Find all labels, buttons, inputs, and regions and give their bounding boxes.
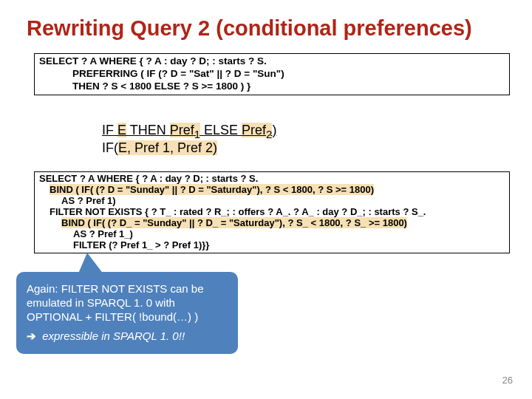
rule-line-1: IF E THEN Pref1 ELSE Pref2) [102, 123, 498, 140]
code-line: SELECT ? A WHERE { ? A : day ? D; : star… [39, 55, 505, 68]
code-line: AS ? Pref 1) [39, 196, 505, 207]
callout: Again: FILTER NOT EXISTS can be emulated… [16, 272, 238, 354]
code-line: BIND ( IF( (? D = "Sunday" || ? D = "Sat… [39, 185, 505, 196]
code-line: FILTER (? Pref 1_ > ? Pref 1)}} [39, 240, 505, 251]
arrow-right-icon: ➔ [27, 330, 36, 342]
transform-rule: IF E THEN Pref1 ELSE Pref2) IF(E, Pref 1… [102, 123, 498, 156]
query-box-rewritten: SELECT ? A WHERE { ? A : day ? D; : star… [34, 171, 510, 253]
code-line: SELECT ? A WHERE { ? A : day ? D; : star… [39, 174, 505, 185]
callout-conclusion: ➔ expressible in SPARQL 1. 0!! [27, 330, 228, 344]
slide: Rewriting Query 2 (conditional preferenc… [0, 0, 532, 399]
page-number: 26 [502, 375, 513, 386]
query-box-original: SELECT ? A WHERE { ? A : day ? D; : star… [34, 53, 510, 95]
rule-line-2: IF(E, Pref 1, Pref 2) [102, 140, 498, 156]
callout-body: Again: FILTER NOT EXISTS can be emulated… [16, 272, 238, 354]
slide-title: Rewriting Query 2 (conditional preferenc… [27, 16, 472, 41]
code-line: AS ? Pref 1_) [39, 229, 505, 240]
code-line: THEN ? S < 1800 ELSE ? S >= 1800 ) } [39, 81, 505, 93]
callout-text: Again: FILTER NOT EXISTS can be emulated… [27, 282, 228, 324]
code-line: PREFERRING ( IF (? D = "Sat" || ? D = "S… [39, 68, 505, 81]
code-line: BIND ( IF( (? D_ = "Sunday" || ? D_ = "S… [39, 218, 505, 229]
code-line: FILTER NOT EXISTS { ? T_ : rated ? R_; :… [39, 207, 505, 218]
